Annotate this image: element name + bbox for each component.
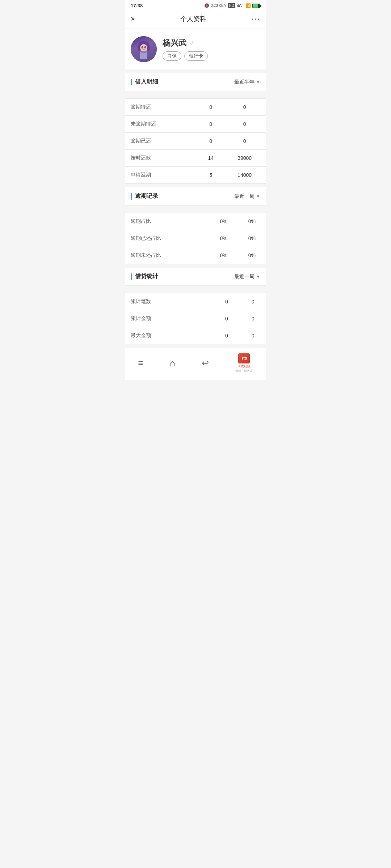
svg-point-6 bbox=[144, 46, 146, 48]
table-row: 累计金额00 bbox=[125, 310, 266, 327]
table-row: 逾期占比0%0% bbox=[125, 213, 266, 230]
profile-name: 杨兴武 bbox=[163, 38, 186, 48]
cell-type: 最大金额 bbox=[125, 327, 214, 344]
cell-count: 0 bbox=[198, 99, 223, 116]
table-row: 逾期未还占比0%0% bbox=[125, 247, 266, 264]
cell-type: 逾期已还占比 bbox=[125, 230, 209, 247]
profile-name-row: 杨兴武 ♂ bbox=[163, 38, 208, 48]
back-icon: ↩ bbox=[202, 358, 209, 368]
cell-amount: 0 bbox=[223, 99, 266, 116]
tag-portrait[interactable]: 肖像 bbox=[163, 51, 181, 61]
col-type bbox=[125, 91, 198, 99]
cell-amount: 0% bbox=[238, 230, 266, 247]
table-row: 未逾期待还00 bbox=[125, 116, 266, 133]
cell-borrow: 0 bbox=[214, 293, 240, 310]
svg-rect-10 bbox=[141, 51, 147, 53]
tag-bankcard[interactable]: 银行卡 bbox=[184, 51, 208, 61]
overdue-records-header: 逾期记录 最近一周 ▼ bbox=[125, 187, 266, 205]
hd-badge: HD bbox=[228, 3, 235, 8]
cell-count: 0% bbox=[209, 213, 237, 230]
profile-section: 杨兴武 ♂ 肖像 银行卡 bbox=[125, 29, 266, 69]
cell-count: 0 bbox=[198, 116, 223, 133]
cell-lend: 0 bbox=[240, 327, 266, 344]
cell-count: 0% bbox=[209, 247, 237, 264]
col-count-pct bbox=[209, 205, 237, 213]
wifi-icon: 📶 bbox=[246, 3, 251, 8]
network-speed: 0.20 KB/s bbox=[211, 4, 226, 8]
status-bar: 17:38 🔇 0.20 KB/s HD 4G+ 📶 bbox=[125, 0, 266, 10]
avatar-image bbox=[133, 41, 155, 62]
borrow-details-filter[interactable]: 最近半年 ▼ bbox=[234, 79, 260, 85]
cell-type: 逾期待还 bbox=[125, 99, 198, 116]
cell-amount: 0% bbox=[238, 213, 266, 230]
cell-type: 逾期未还占比 bbox=[125, 247, 209, 264]
borrow-details-title: 借入明细 bbox=[131, 78, 158, 86]
loan-stats-filter[interactable]: 最近一周 ▼ bbox=[234, 273, 260, 280]
bottom-nav: ≡ ⌂ ↩ 卡农 卡农社区 金融在线教育 bbox=[125, 348, 266, 380]
cell-lend: 0 bbox=[240, 310, 266, 327]
col-type bbox=[125, 205, 209, 213]
table-row: 累计笔数00 bbox=[125, 293, 266, 310]
cell-count: 14 bbox=[198, 150, 223, 167]
table-row: 申请延期514000 bbox=[125, 167, 266, 184]
profile-tags: 肖像 银行卡 bbox=[163, 51, 208, 61]
overdue-records-section: 逾期记录 最近一周 ▼ 逾期占比0%0%逾期已还占比0%0%逾期未还占比0%0% bbox=[125, 187, 266, 264]
cell-count: 0 bbox=[198, 133, 223, 150]
col-type bbox=[125, 286, 214, 293]
overdue-filter-arrow: ▼ bbox=[256, 194, 260, 199]
cell-type: 逾期占比 bbox=[125, 213, 209, 230]
col-borrow bbox=[214, 286, 240, 293]
overdue-records-filter[interactable]: 最近一周 ▼ bbox=[234, 193, 260, 200]
table-row: 按时还款1439000 bbox=[125, 150, 266, 167]
cell-count: 0% bbox=[209, 230, 237, 247]
table-row: 逾期待还00 bbox=[125, 99, 266, 116]
loan-stats-header: 借贷统计 最近一周 ▼ bbox=[125, 268, 266, 285]
cell-type: 逾期已还 bbox=[125, 133, 198, 150]
borrow-filter-arrow: ▼ bbox=[256, 80, 260, 85]
cell-amount: 0 bbox=[223, 116, 266, 133]
borrow-details-section: 借入明细 最近半年 ▼ 逾期待还00未逾期待还00逾期已还00按时还款14390… bbox=[125, 73, 266, 184]
loan-stats-section: 借贷统计 最近一周 ▼ 累计笔数00累计金额00最大金额00 bbox=[125, 268, 266, 344]
status-time: 17:38 bbox=[131, 3, 143, 8]
close-button[interactable]: × bbox=[131, 15, 135, 23]
cell-borrow: 0 bbox=[214, 310, 240, 327]
col-amount bbox=[223, 91, 266, 99]
nav-menu-button[interactable]: ≡ bbox=[138, 358, 143, 368]
top-nav: × 个人资料 ··· bbox=[125, 10, 266, 29]
nav-home-button[interactable]: ⌂ bbox=[170, 358, 176, 369]
menu-icon: ≡ bbox=[138, 358, 143, 368]
table-header-row bbox=[125, 91, 266, 99]
cell-amount: 0% bbox=[238, 247, 266, 264]
page-title: 个人资料 bbox=[180, 14, 206, 23]
loan-stats-title: 借贷统计 bbox=[131, 273, 158, 280]
battery-icon bbox=[252, 4, 260, 8]
cell-type: 累计笔数 bbox=[125, 293, 214, 310]
overdue-records-title: 逾期记录 bbox=[131, 192, 158, 200]
col-amount-pct bbox=[238, 205, 266, 213]
loan-stats-table: 累计笔数00累计金额00最大金额00 bbox=[125, 285, 266, 344]
cell-borrow: 0 bbox=[214, 327, 240, 344]
svg-point-8 bbox=[145, 47, 146, 47]
cell-lend: 0 bbox=[240, 293, 266, 310]
table-header-row bbox=[125, 286, 266, 293]
profile-info: 杨兴武 ♂ 肖像 银行卡 bbox=[163, 38, 208, 61]
avatar[interactable] bbox=[131, 36, 157, 62]
gender-icon: ♂ bbox=[189, 39, 194, 47]
svg-point-7 bbox=[142, 47, 143, 47]
svg-point-4 bbox=[140, 44, 147, 51]
cell-type: 申请延期 bbox=[125, 167, 198, 184]
borrow-details-header: 借入明细 最近半年 ▼ bbox=[125, 73, 266, 91]
borrow-details-table: 逾期待还00未逾期待还00逾期已还00按时还款1439000申请延期514000 bbox=[125, 91, 266, 184]
cell-type: 未逾期待还 bbox=[125, 116, 198, 133]
cell-type: 按时还款 bbox=[125, 150, 198, 167]
loan-filter-arrow: ▼ bbox=[256, 274, 260, 279]
col-lend bbox=[240, 286, 266, 293]
more-button[interactable]: ··· bbox=[252, 14, 260, 24]
status-icons: 🔇 0.20 KB/s HD 4G+ 📶 bbox=[204, 3, 260, 8]
brand-icon: 卡农 bbox=[238, 353, 250, 363]
table-header-row bbox=[125, 205, 266, 213]
cell-count: 5 bbox=[198, 167, 223, 184]
overdue-records-table: 逾期占比0%0%逾期已还占比0%0%逾期未还占比0%0% bbox=[125, 205, 266, 264]
nav-back-button[interactable]: ↩ bbox=[202, 358, 209, 368]
table-row: 逾期已还占比0%0% bbox=[125, 230, 266, 247]
